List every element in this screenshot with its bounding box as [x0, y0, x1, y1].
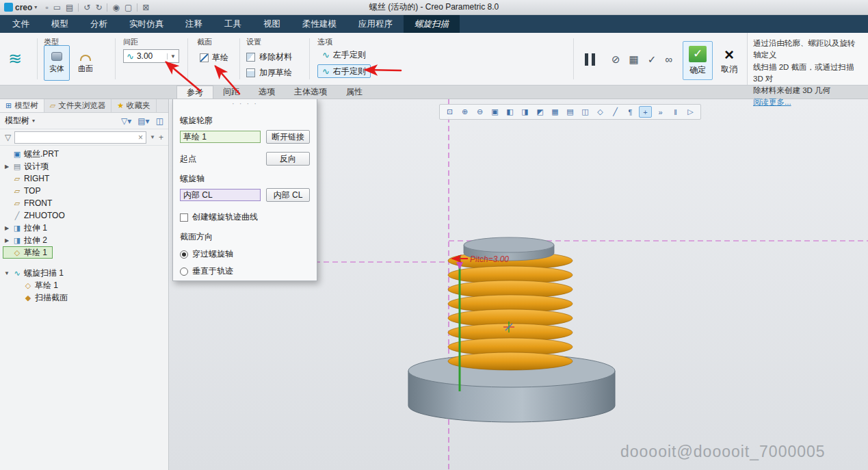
search-dropdown-icon[interactable]: ▼ — [150, 134, 155, 140]
new-file-icon[interactable]: ▫ — [45, 3, 48, 12]
subtab-主体选项[interactable]: 主体选项 — [285, 86, 337, 99]
read-more-link[interactable]: 阅读更多... — [753, 98, 791, 106]
appearance-icon[interactable]: ◩ — [534, 106, 547, 118]
surface-button[interactable]: 曲面 — [73, 45, 98, 81]
undo-icon[interactable]: ↺ — [83, 3, 90, 12]
remove-material-button[interactable]: 移除材料 — [246, 51, 292, 63]
zoom-refit-icon[interactable]: ⊡ — [443, 106, 456, 118]
navigator-tab-模型树[interactable]: ⊞模型树 — [0, 99, 44, 112]
through-axis-option[interactable]: 穿过螺旋轴 — [180, 248, 310, 260]
navigator-tab-文件夹浏览器[interactable]: ▱文件夹浏览器 — [44, 99, 111, 112]
subtab-参考[interactable]: 参考 — [176, 86, 213, 99]
normal-to-trajectory-radio[interactable] — [180, 267, 188, 276]
pause-button[interactable] — [580, 51, 599, 68]
perspective-icon[interactable]: ◇ — [594, 106, 607, 118]
pitch-input[interactable]: ∿ 3.00 ▼ — [123, 49, 179, 63]
subtab-间距[interactable]: 间距 — [213, 86, 249, 99]
regenerate-icon[interactable]: ◉ — [112, 3, 119, 12]
menu-tab-实时仿真[interactable]: 实时仿真 — [118, 15, 174, 33]
ok-button[interactable]: ✓ 确定 — [683, 41, 713, 80]
panel-grip-icon[interactable]: · · · · — [180, 101, 310, 107]
zoom-in-icon[interactable]: ⊕ — [458, 106, 471, 118]
annotation-display-icon[interactable]: ¶ — [624, 106, 637, 118]
solid-button[interactable]: 实体 — [44, 45, 70, 81]
tree-display-icon[interactable]: ▤▾ — [137, 116, 149, 126]
tree-columns-icon[interactable]: ◫ — [156, 116, 163, 126]
menu-tab-工具[interactable]: 工具 — [213, 15, 252, 33]
helix-axis-field[interactable]: 内部 CL — [180, 189, 261, 201]
search-input[interactable] — [18, 133, 138, 142]
normal-to-trajectory-option[interactable]: 垂直于轨迹 — [180, 265, 310, 277]
3d-dragger-icon[interactable]: » — [654, 106, 667, 118]
clear-search-icon[interactable]: × — [138, 133, 143, 142]
helix-profile-field[interactable]: 草绘 1 — [180, 131, 261, 143]
menu-tab-视图[interactable]: 视图 — [252, 15, 291, 33]
create-curve-option[interactable]: 创建螺旋轨迹曲线 — [180, 211, 310, 223]
section-view-icon[interactable]: ◨ — [518, 106, 531, 118]
zoom-out-icon[interactable]: ⊖ — [473, 106, 486, 118]
pause-icon[interactable]: ‖ — [669, 106, 682, 118]
menu-tab-螺旋扫描[interactable]: 螺旋扫描 — [404, 15, 460, 33]
expand-arrow-icon[interactable]: ▶ — [3, 225, 10, 231]
tree-item-RIGHT[interactable]: ▱RIGHT — [3, 172, 55, 185]
verify-icon[interactable]: ✓ — [648, 53, 657, 66]
left-hand-rule-button[interactable]: ∿ 左手定则 — [317, 48, 371, 62]
create-curve-checkbox[interactable] — [180, 213, 188, 222]
scene-icon[interactable]: ▦ — [549, 106, 562, 118]
subtab-选项[interactable]: 选项 — [249, 86, 285, 99]
thicken-sketch-button[interactable]: 加厚草绘 — [246, 66, 292, 79]
spin-center-icon[interactable]: + — [639, 106, 652, 118]
logo-caret-icon[interactable]: ▾ — [34, 4, 37, 10]
no-preview-icon[interactable]: ⊘ — [611, 53, 620, 66]
close-window-icon[interactable]: ⊠ — [142, 3, 149, 12]
tree-item-螺丝.PRT[interactable]: ▣螺丝.PRT — [3, 148, 64, 160]
shading-style-icon[interactable]: ◧ — [503, 106, 516, 118]
break-link-button[interactable]: 断开链接 — [266, 130, 310, 144]
redo-icon[interactable]: ↻ — [95, 3, 102, 12]
repaint-icon[interactable]: ▣ — [488, 106, 501, 118]
tree-item-拉伸 1[interactable]: ▶◨拉伸 1 — [3, 222, 53, 234]
window-icon[interactable]: ▢ — [124, 3, 132, 12]
subtab-属性[interactable]: 属性 — [337, 86, 372, 99]
right-hand-rule-button[interactable]: ∿ 右手定则 — [317, 64, 371, 78]
dynamic-preview-icon[interactable]: ▦ — [629, 53, 639, 66]
flip-button[interactable]: 反向 — [266, 152, 310, 166]
sketch-button[interactable]: 草绘 — [196, 50, 233, 65]
expand-arrow-icon[interactable]: ▶ — [3, 237, 10, 244]
tree-search-input[interactable]: × — [14, 131, 146, 144]
screw-threads[interactable] — [448, 252, 573, 370]
menu-tab-柔性建模[interactable]: 柔性建模 — [291, 15, 347, 33]
save-icon[interactable]: ▤ — [66, 3, 73, 12]
tree-item-拉伸 2[interactable]: ▶◨拉伸 2 — [3, 234, 53, 246]
open-file-icon[interactable]: ▭ — [53, 3, 61, 12]
search-add-icon[interactable]: + — [159, 133, 163, 142]
through-axis-radio[interactable] — [180, 250, 188, 259]
cancel-button[interactable]: × 取消 — [715, 41, 743, 80]
saved-orientations-icon[interactable]: ▤ — [564, 106, 577, 118]
internal-cl-button[interactable]: 内部 CL — [266, 188, 310, 202]
tree-header-dropdown-icon[interactable]: ▾ — [32, 118, 35, 124]
tree-item-螺旋扫描 1[interactable]: ▼∿螺旋扫描 1 — [3, 267, 69, 279]
menu-tab-文件[interactable]: 文件 — [1, 15, 40, 33]
tree-filters-icon[interactable]: ▽▾ — [121, 116, 131, 126]
menu-tab-模型[interactable]: 模型 — [40, 15, 79, 33]
datum-display-icon[interactable]: ╱ — [609, 106, 622, 118]
tree-item-设计项[interactable]: ▶▤设计项 — [3, 160, 54, 172]
pitch-value[interactable]: 3.00 — [137, 51, 164, 61]
navigator-tab-收藏夹[interactable]: ★收藏夹 — [111, 99, 156, 112]
tree-item-TOP[interactable]: ▱TOP — [3, 185, 46, 197]
pitch-dropdown-arrow[interactable]: ▼ — [167, 53, 176, 60]
menu-tab-注释[interactable]: 注释 — [174, 15, 213, 33]
stop-icon[interactable]: ▷ — [684, 106, 697, 118]
view-manager-icon[interactable]: ◫ — [579, 106, 592, 118]
tree-item-扫描截面[interactable]: ◆扫描截面 — [14, 291, 73, 304]
expand-arrow-icon[interactable]: ▶ — [3, 164, 10, 170]
tree-item-草绘 1[interactable]: ◇草绘 1 — [3, 246, 53, 259]
menu-tab-分析[interactable]: 分析 — [79, 15, 118, 33]
expand-arrow-icon[interactable]: ▼ — [3, 270, 10, 276]
tree-item-ZHUOTOO[interactable]: ╱ZHUOTOO — [3, 209, 70, 222]
tree-item-FRONT[interactable]: ▱FRONT — [3, 197, 57, 209]
tree-item-草绘 1[interactable]: ◇草绘 1 — [14, 279, 64, 291]
menu-tab-应用程序[interactable]: 应用程序 — [347, 15, 404, 33]
glasses-preview-icon[interactable]: ∞ — [665, 53, 672, 66]
